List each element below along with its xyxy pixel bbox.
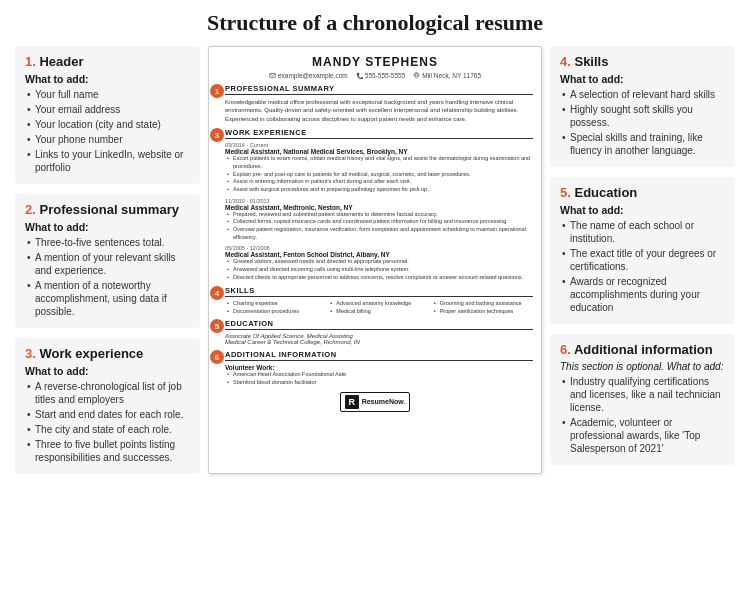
logo-text: ResumeNow.	[362, 398, 406, 405]
section-3-what-label: What to add:	[25, 365, 190, 377]
page-container: Structure of a chronological resume 1. H…	[0, 0, 750, 484]
section-2-what-label: What to add:	[25, 221, 190, 233]
section-1-title: 1. Header	[25, 54, 190, 69]
skills-grid: Charting expertise Advanced anatomy know…	[225, 300, 533, 314]
logo-letter: R	[345, 395, 359, 409]
skill-item: Charting expertise	[225, 300, 326, 306]
circle-6: 6	[210, 350, 224, 364]
circle-5: 5	[210, 319, 224, 333]
list-item: Highly sought soft skills you possess.	[560, 103, 725, 129]
circle-4: 4	[210, 286, 224, 300]
resume-work-header: WORK EXPERIENCE	[225, 128, 533, 139]
list-item: Academic, volunteer or professional awar…	[560, 416, 725, 455]
section-2-number: 2.	[25, 202, 39, 217]
logo-box: R ResumeNow.	[340, 392, 411, 412]
section-2-title: 2. Professional summary	[25, 202, 190, 217]
work-title-3: Medical Assistant, Fenton School Distric…	[225, 251, 533, 258]
resume-preview: MANDY STEPHENS example@example.com 555-5…	[208, 46, 542, 474]
list-item: Your location (city and state)	[25, 118, 190, 131]
list-item: Links to your LinkedIn, website or portf…	[25, 148, 190, 174]
list-item: Industry qualifying certifications and l…	[560, 375, 725, 414]
resume-skills-header: SKILLS	[225, 286, 533, 297]
resume-additional-bullets: American Heart Association Foundational …	[225, 371, 533, 386]
resume-work-section: 3 WORK EXPERIENCE 03/2014 - Current Medi…	[217, 128, 533, 281]
list-item: The name of each school or institution.	[560, 219, 725, 245]
section-4-what-label: What to add:	[560, 73, 725, 85]
resume-education: EDUCATION Associate Of Applied Science, …	[225, 319, 533, 345]
resume-phone: 555-555-5555	[356, 72, 405, 79]
list-item: A mention of a noteworthy accomplishment…	[25, 279, 190, 318]
list-item: Assist with surgical procedures and in p…	[225, 186, 533, 194]
work-entry-2: 11/2010 - 01/2013 Medical Assistant, Med…	[225, 198, 533, 242]
skill-item: Grooming and bathing assistance	[432, 300, 533, 306]
right-section-education: 5. Education What to add: The name of ea…	[550, 177, 735, 324]
svg-point-1	[415, 73, 418, 76]
section-5-number: 5.	[560, 185, 574, 200]
resume-name: MANDY STEPHENS	[217, 55, 533, 69]
resume-summary-text: Knowledgeable medical office professiona…	[225, 98, 533, 123]
section-6-number: 6.	[560, 342, 574, 357]
work-entry-3: 05/2005 - 12/2008 Medical Assistant, Fen…	[225, 245, 533, 281]
list-item: A mention of your relevant skills and ex…	[25, 251, 190, 277]
list-item: Your phone number	[25, 133, 190, 146]
section-6-optional-label: This section is optional. What to add:	[560, 361, 725, 372]
logo-dot: .	[403, 398, 405, 405]
resume-work: WORK EXPERIENCE 03/2014 - Current Medica…	[225, 128, 533, 281]
list-item: Answered and directed incoming calls usi…	[225, 266, 533, 274]
section-4-bullets: A selection of relevant hard skills High…	[560, 88, 725, 157]
resume-additional-section: 6 ADDITIONAL INFORMATION Volunteer Work:…	[217, 350, 533, 386]
section-5-title: 5. Education	[560, 185, 725, 200]
list-item: Escort patients to exam rooms, obtain me…	[225, 155, 533, 170]
list-item: The city and state of each role.	[25, 423, 190, 436]
section-3-bullets: A reverse-chronological list of job titl…	[25, 380, 190, 464]
list-item: Your email address	[25, 103, 190, 116]
list-item: Directed clients to appropriate personne…	[225, 274, 533, 282]
list-item: Explain pre- and post-op care to patient…	[225, 171, 533, 179]
section-1-number: 1.	[25, 54, 39, 69]
list-item: Stamford blood donation facilitator	[225, 379, 533, 387]
resume-education-text: Associate Of Applied Science, Medical As…	[225, 333, 533, 345]
email-icon	[269, 72, 276, 79]
resume-logo: R ResumeNow.	[217, 392, 533, 412]
section-3-number: 3.	[25, 346, 39, 361]
resume-additional-header: ADDITIONAL INFORMATION	[225, 350, 533, 361]
skill-item: Advanced anatomy knowledge	[328, 300, 429, 306]
left-column: 1. Header What to add: Your full name Yo…	[15, 46, 200, 474]
resume-location: Mill Neck, NY 11765	[413, 72, 481, 79]
work-bullets-1: Escort patients to exam rooms, obtain me…	[225, 155, 533, 193]
list-item: American Heart Association Foundational …	[225, 371, 533, 379]
list-item: Special skills and training, like fluenc…	[560, 131, 725, 157]
work-entry-1: 03/2014 - Current Medical Assistant, Nat…	[225, 142, 533, 193]
resume-skills: SKILLS Charting expertise Advanced anato…	[225, 286, 533, 314]
circle-1: 1	[210, 84, 224, 98]
list-item: A selection of relevant hard skills	[560, 88, 725, 101]
list-item: Your full name	[25, 88, 190, 101]
left-section-header: 1. Header What to add: Your full name Yo…	[15, 46, 200, 184]
resume-skills-section: 4 SKILLS Charting expertise Advanced ana…	[217, 286, 533, 314]
section-5-bullets: The name of each school or institution. …	[560, 219, 725, 314]
resume-email: example@example.com	[269, 72, 348, 79]
section-6-title: 6. Additional information	[560, 342, 725, 357]
section-3-title: 3. Work experience	[25, 346, 190, 361]
resume-education-header: EDUCATION	[225, 319, 533, 330]
right-section-additional: 6. Additional information This section i…	[550, 334, 735, 465]
list-item: Greeted visitors, assessed needs and dir…	[225, 258, 533, 266]
section-1-bullets: Your full name Your email address Your l…	[25, 88, 190, 174]
section-5-what-label: What to add:	[560, 204, 725, 216]
work-bullets-3: Greeted visitors, assessed needs and dir…	[225, 258, 533, 281]
list-item: A reverse-chronological list of job titl…	[25, 380, 190, 406]
content-grid: 1. Header What to add: Your full name Yo…	[15, 46, 735, 474]
section-1-what-label: What to add:	[25, 73, 190, 85]
resume-additional: ADDITIONAL INFORMATION Volunteer Work: A…	[225, 350, 533, 386]
work-bullets-2: Prepared, reviewed and submitted patient…	[225, 211, 533, 242]
resume-summary-section: 1 PROFESSIONAL SUMMARY Knowledgeable med…	[217, 84, 533, 123]
resume-summary-header: PROFESSIONAL SUMMARY	[225, 84, 533, 95]
list-item: Awards or recognized accomplishments dur…	[560, 275, 725, 314]
skill-item: Proper sterilization techniques	[432, 308, 533, 314]
page-title: Structure of a chronological resume	[15, 10, 735, 36]
left-section-professional-summary: 2. Professional summary What to add: Thr…	[15, 194, 200, 328]
resume-volunteer-label: Volunteer Work:	[225, 364, 533, 371]
section-4-number: 4.	[560, 54, 574, 69]
left-section-work-experience: 3. Work experience What to add: A revers…	[15, 338, 200, 474]
list-item: Oversaw patient registration, insurance …	[225, 226, 533, 241]
